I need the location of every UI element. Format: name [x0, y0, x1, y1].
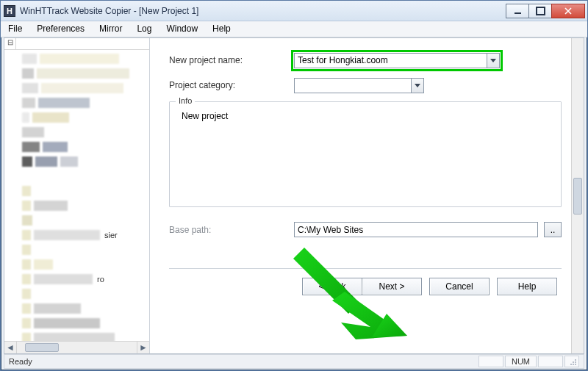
- tree-panel: ⊟ sier: [4, 38, 150, 353]
- scroll-thumb[interactable]: [573, 178, 582, 215]
- menu-help[interactable]: Help: [205, 21, 238, 37]
- minimize-button[interactable]: [506, 4, 529, 18]
- close-button[interactable]: [551, 4, 585, 18]
- menubar: File Preferences Mirror Log Window Help: [1, 21, 587, 37]
- project-category-dropdown-button[interactable]: [411, 79, 423, 93]
- window-vertical-scrollbar[interactable]: [571, 38, 584, 353]
- chevron-down-icon: [415, 84, 420, 87]
- status-cell-empty: [478, 356, 503, 367]
- svg-point-5: [573, 361, 574, 363]
- app-window: H WinHTTrack Website Copier - [New Proje…: [0, 0, 588, 371]
- menu-preferences[interactable]: Preferences: [29, 21, 92, 37]
- scroll-right-icon[interactable]: ►: [137, 342, 149, 353]
- resize-grip[interactable]: [564, 356, 579, 367]
- project-category-label: Project category:: [169, 80, 294, 90]
- tree-item-label: ro: [97, 275, 104, 284]
- project-name-label: New project name:: [169, 55, 294, 65]
- project-category-combobox[interactable]: [294, 78, 424, 93]
- info-groupbox: New project: [169, 101, 562, 207]
- wizard-nav: < Back Next > Cancel Help: [169, 278, 562, 295]
- menu-mirror[interactable]: Mirror: [92, 21, 129, 37]
- status-text: Ready: [9, 357, 32, 366]
- help-button[interactable]: Help: [497, 278, 557, 295]
- status-bar: Ready NUM: [4, 354, 584, 369]
- svg-marker-0: [372, 314, 407, 337]
- tree-header: ⊟: [4, 38, 149, 50]
- base-path-input[interactable]: [294, 222, 538, 237]
- project-name-dropdown-button[interactable]: [487, 54, 499, 68]
- tree-collapse-toggle[interactable]: ⊟: [4, 38, 16, 49]
- back-button[interactable]: < Back: [302, 278, 362, 295]
- maximize-button[interactable]: [528, 4, 552, 18]
- info-text: New project: [182, 111, 549, 121]
- scroll-thumb[interactable]: [25, 343, 59, 352]
- tree-body[interactable]: sier ro: [4, 50, 149, 341]
- client-area: ⊟ sier: [4, 37, 584, 354]
- window-title: WinHTTrack Website Copier - [New Project…: [20, 6, 198, 16]
- cancel-button[interactable]: Cancel: [429, 278, 490, 295]
- project-category-input[interactable]: [295, 79, 411, 93]
- menu-window[interactable]: Window: [159, 21, 205, 37]
- browse-button[interactable]: ..: [544, 222, 562, 237]
- scroll-left-icon[interactable]: ◄: [4, 342, 17, 353]
- base-path-label: Base path:: [169, 225, 294, 235]
- svg-point-4: [575, 361, 576, 363]
- app-icon: H: [4, 5, 15, 17]
- menu-log[interactable]: Log: [129, 21, 159, 37]
- svg-point-2: [573, 364, 574, 365]
- svg-point-1: [575, 364, 576, 365]
- form-panel: New project name: Project category:: [150, 38, 584, 353]
- chevron-down-icon: [490, 59, 496, 62]
- next-button[interactable]: Next >: [362, 278, 422, 295]
- resize-grip-icon: [568, 357, 577, 366]
- menu-file[interactable]: File: [1, 21, 29, 37]
- tree-horizontal-scrollbar[interactable]: ◄ ►: [4, 341, 149, 353]
- project-name-input[interactable]: [295, 54, 487, 68]
- separator: [169, 268, 562, 269]
- project-name-combobox[interactable]: [294, 53, 500, 68]
- status-cell-empty: [538, 356, 563, 367]
- titlebar: H WinHTTrack Website Copier - [New Proje…: [1, 1, 587, 21]
- tree-item-label: sier: [104, 231, 118, 239]
- svg-point-3: [570, 364, 572, 365]
- svg-point-6: [575, 359, 576, 361]
- close-icon: [564, 7, 572, 15]
- status-numlock: NUM: [505, 356, 537, 367]
- project-name-field-highlight: [294, 53, 500, 68]
